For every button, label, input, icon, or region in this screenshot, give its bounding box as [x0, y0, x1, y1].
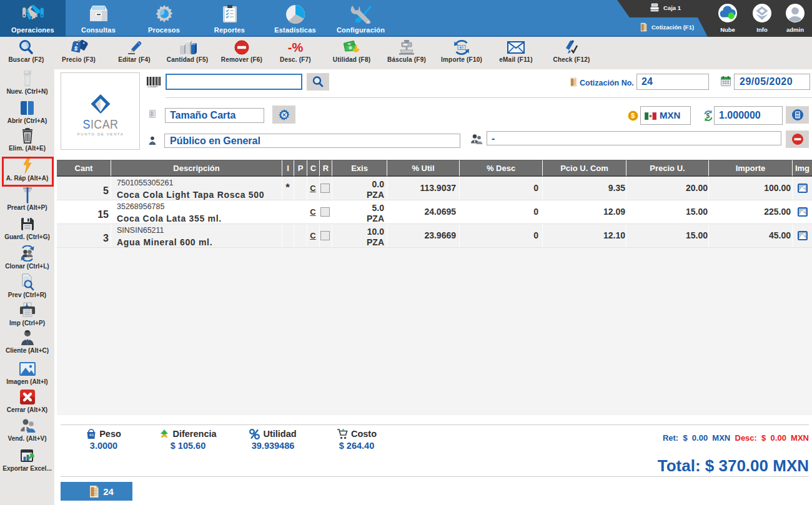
svg-text:SICAR: SICAR: [83, 117, 119, 131]
svg-text:KG: KG: [89, 434, 94, 437]
svg-text:1234567: 1234567: [147, 86, 158, 87]
svg-text:PUNTO DE VENTA: PUNTO DE VENTA: [77, 132, 124, 136]
svg-text:$: $: [631, 112, 635, 119]
svg-text:$: $: [460, 45, 463, 50]
svg-text:$: $: [706, 112, 710, 119]
